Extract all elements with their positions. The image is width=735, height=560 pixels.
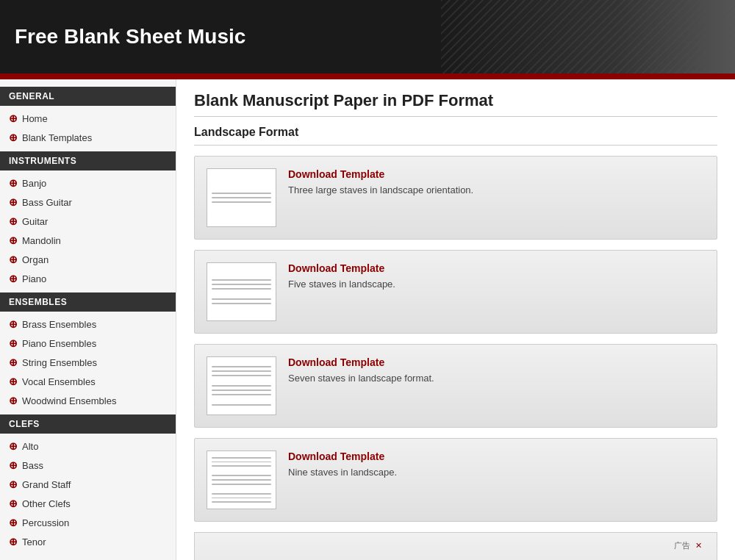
template-desc-4: Nine staves in landscape.	[288, 467, 397, 478]
sidebar-item-label-mandolin: Mandolin	[22, 235, 61, 246]
sidebar-item-label-guitar: Guitar	[22, 216, 48, 227]
site-title: Free Blank Sheet Music	[15, 25, 245, 49]
sidebar-item-bass-guitar[interactable]: ⊕Bass Guitar	[0, 193, 176, 212]
sidebar-item-label-bass: Bass	[22, 460, 43, 471]
sidebar-item-percussion[interactable]: ⊕Percussion	[0, 513, 176, 532]
plus-icon: ⊕	[9, 273, 18, 284]
ad-area: 广告 ✕	[194, 532, 717, 560]
sidebar-item-label-home: Home	[22, 113, 48, 124]
template-preview-1	[207, 168, 276, 227]
download-link-3[interactable]: Download Template	[288, 356, 705, 368]
sidebar-item-brass-ensembles[interactable]: ⊕Brass Ensembles	[0, 315, 176, 334]
template-info-2: Download TemplateFive staves in landscap…	[288, 262, 705, 290]
sidebar-item-grand-staff[interactable]: ⊕Grand Staff	[0, 475, 176, 494]
sidebar-item-label-other-clefs: Other Clefs	[22, 498, 71, 509]
template-preview-2	[207, 262, 276, 321]
plus-icon: ⊕	[9, 337, 18, 349]
stave-line	[212, 303, 271, 304]
sidebar-item-banjo[interactable]: ⊕Banjo	[0, 173, 176, 193]
template-card-2: Download TemplateFive staves in landscap…	[194, 250, 717, 334]
plus-icon: ⊕	[9, 395, 18, 406]
sidebar-item-tenor[interactable]: ⊕Tenor	[0, 532, 176, 551]
stave-line	[212, 484, 271, 485]
stave-line	[212, 288, 271, 290]
stave-line	[212, 370, 271, 372]
main-content: Blank Manuscript Paper in PDF Format Lan…	[176, 79, 735, 560]
header-guitar-image	[441, 0, 735, 73]
plus-icon: ⊕	[9, 356, 18, 368]
plus-icon: ⊕	[9, 376, 18, 387]
plus-icon: ⊕	[9, 517, 18, 528]
sidebar-section-instruments: INSTRUMENTS	[0, 151, 176, 170]
plus-icon: ⊕	[9, 459, 18, 471]
red-accent-bar	[0, 73, 735, 79]
plus-icon: ⊕	[9, 478, 18, 490]
template-card-3: Download TemplateSeven staves in landsca…	[194, 344, 717, 428]
template-preview-3	[207, 356, 276, 415]
ad-close-button[interactable]: ✕	[695, 541, 702, 550]
template-desc-2: Five staves in landscape.	[288, 279, 395, 290]
plus-icon: ⊕	[9, 112, 18, 124]
sidebar-item-label-vocal-ensembles: Vocal Ensembles	[22, 376, 96, 387]
sidebar-item-bass[interactable]: ⊕Bass	[0, 456, 176, 475]
sidebar-item-home[interactable]: ⊕Home	[0, 109, 176, 128]
stave-line	[212, 193, 271, 194]
plus-icon: ⊕	[9, 234, 18, 246]
sidebar-item-blank-templates[interactable]: ⊕Blank Templates	[0, 128, 176, 147]
template-desc-3: Seven staves in landscape format.	[288, 373, 434, 384]
stave-line	[212, 279, 271, 281]
download-link-2[interactable]: Download Template	[288, 262, 705, 274]
sidebar-item-label-blank-templates: Blank Templates	[22, 132, 92, 143]
template-info-4: Download TemplateNine staves in landscap…	[288, 450, 705, 478]
sidebar-item-organ[interactable]: ⊕Organ	[0, 250, 176, 269]
stave-line	[212, 390, 271, 391]
stave-line	[212, 375, 271, 376]
page-title: Blank Manuscript Paper in PDF Format	[194, 91, 717, 117]
plus-icon: ⊕	[9, 440, 18, 452]
sidebar-item-piano-ensembles[interactable]: ⊕Piano Ensembles	[0, 334, 176, 353]
template-desc-1: Three large staves in landscape orientat…	[288, 184, 473, 195]
sidebar-item-piano[interactable]: ⊕Piano	[0, 269, 176, 288]
stave-line	[212, 394, 271, 395]
main-layout: GENERAL⊕Home⊕Blank TemplatesINSTRUMENTS⊕…	[0, 79, 735, 560]
sidebar-item-label-tenor: Tenor	[22, 536, 46, 548]
template-card-1: Download TemplateThree large staves in l…	[194, 156, 717, 240]
template-info-3: Download TemplateSeven staves in landsca…	[288, 356, 705, 384]
sidebar-item-label-woodwind-ensembles: Woodwind Ensembles	[22, 395, 116, 406]
sidebar-section-clefs: CLEFS	[0, 414, 176, 434]
sidebar-item-label-brass-ensembles: Brass Ensembles	[22, 319, 96, 330]
sidebar-item-woodwind-ensembles[interactable]: ⊕Woodwind Ensembles	[0, 391, 176, 410]
plus-icon: ⊕	[9, 318, 18, 330]
stave-line	[212, 385, 271, 387]
stave-line	[212, 457, 271, 459]
plus-icon: ⊕	[9, 254, 18, 265]
sidebar-item-label-bass-guitar: Bass Guitar	[22, 197, 72, 208]
sidebar-item-label-alto: Alto	[22, 441, 38, 452]
site-header: Free Blank Sheet Music	[0, 0, 735, 73]
sidebar-item-string-ensembles[interactable]: ⊕String Ensembles	[0, 353, 176, 372]
sidebar-item-alto[interactable]: ⊕Alto	[0, 437, 176, 456]
sidebar-item-mandolin[interactable]: ⊕Mandolin	[0, 231, 176, 250]
template-info-1: Download TemplateThree large staves in l…	[288, 168, 705, 195]
sidebar-item-other-clefs[interactable]: ⊕Other Clefs	[0, 494, 176, 513]
stave-line	[212, 498, 271, 499]
section-title: Landscape Format	[194, 126, 717, 146]
sidebar-item-label-string-ensembles: String Ensembles	[22, 357, 97, 368]
sidebar: GENERAL⊕Home⊕Blank TemplatesINSTRUMENTS⊕…	[0, 79, 176, 560]
plus-icon: ⊕	[9, 132, 18, 143]
download-link-1[interactable]: Download Template	[288, 168, 705, 180]
stave-line	[212, 462, 271, 463]
template-card-4: Download TemplateNine staves in landscap…	[194, 438, 717, 522]
sidebar-item-guitar[interactable]: ⊕Guitar	[0, 212, 176, 231]
templates-container: Download TemplateThree large staves in l…	[194, 156, 717, 522]
sidebar-item-vocal-ensembles[interactable]: ⊕Vocal Ensembles	[0, 372, 176, 391]
sidebar-section-general: GENERAL	[0, 87, 176, 106]
stave-line	[212, 465, 271, 467]
stave-line	[212, 404, 271, 406]
plus-icon: ⊕	[9, 498, 18, 509]
download-link-4[interactable]: Download Template	[288, 450, 705, 462]
plus-icon: ⊕	[9, 177, 18, 189]
stave-line	[212, 298, 271, 300]
stave-line	[212, 366, 271, 367]
plus-icon: ⊕	[9, 536, 18, 548]
